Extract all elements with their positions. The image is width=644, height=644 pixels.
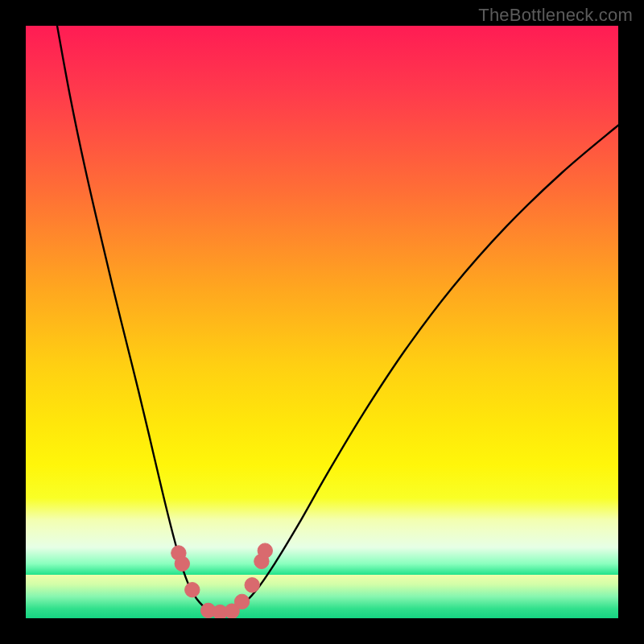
curves-layer xyxy=(26,26,618,618)
bead xyxy=(245,578,259,592)
right-curve xyxy=(227,126,618,613)
bead xyxy=(234,594,249,609)
bead xyxy=(185,583,200,597)
plot-area xyxy=(26,26,618,618)
left-curve xyxy=(57,26,227,613)
watermark-text: TheBottleneck.com xyxy=(478,5,633,26)
bead xyxy=(258,543,272,558)
chart-stage: TheBottleneck.com xyxy=(0,0,644,644)
bead xyxy=(175,556,189,571)
